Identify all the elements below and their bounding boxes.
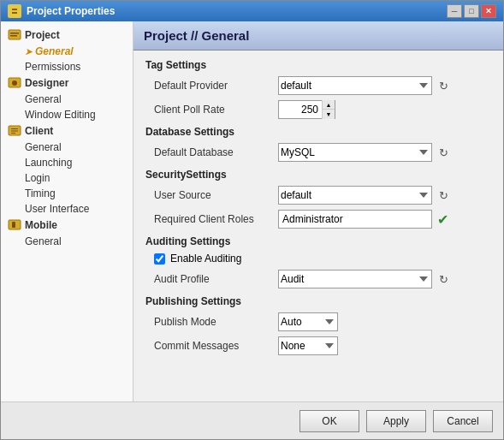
sidebar-item-client-user-interface[interactable]: User Interface (1, 201, 133, 217)
default-provider-row: Default Provider default ↻ (145, 76, 491, 95)
project-icon (8, 28, 21, 42)
publish-mode-row: Publish Mode Auto Manual Off (145, 312, 491, 331)
sidebar-item-client-timing[interactable]: Timing (1, 186, 133, 201)
sidebar-group-designer[interactable]: Designer (1, 74, 133, 92)
footer: OK Apply Cancel (1, 401, 503, 439)
cancel-button[interactable]: Cancel (433, 410, 493, 432)
commit-messages-row: Commit Messages None Required Optional (145, 336, 491, 355)
section-tag-settings: Tag Settings (145, 59, 491, 71)
spinner-down-button[interactable]: ▼ (323, 110, 335, 119)
audit-profile-label: Audit Profile (154, 273, 278, 285)
panel-header: Project // General (133, 21, 503, 51)
valid-checkmark-icon: ✔ (437, 211, 448, 228)
default-database-refresh-button[interactable]: ↻ (436, 145, 451, 160)
default-provider-refresh-button[interactable]: ↻ (436, 78, 451, 93)
required-client-roles-controls: ✔ (278, 210, 448, 229)
panel-body: Tag Settings Default Provider default ↻ … (133, 51, 503, 401)
client-poll-rate-controls: ▲ ▼ (278, 100, 335, 119)
main-panel: Project // General Tag Settings Default … (133, 21, 503, 401)
window-icon (8, 4, 21, 18)
svg-point-7 (12, 80, 17, 86)
client-icon (8, 124, 21, 138)
user-source-row: User Source default ↻ (145, 186, 491, 205)
svg-rect-9 (11, 128, 18, 129)
minimize-button[interactable]: ─ (447, 4, 462, 18)
sidebar-group-client[interactable]: Client (1, 122, 133, 140)
audit-profile-row: Audit Profile Audit ↻ (145, 270, 491, 288)
sidebar-item-project-permissions[interactable]: Permissions (1, 59, 133, 74)
user-source-select[interactable]: default (278, 186, 432, 205)
svg-rect-10 (11, 131, 18, 132)
svg-rect-5 (10, 35, 17, 37)
publish-mode-label: Publish Mode (154, 316, 278, 328)
enable-auditing-checkbox[interactable] (154, 253, 165, 265)
required-client-roles-input[interactable] (278, 210, 432, 229)
sidebar-item-client-launching[interactable]: Launching (1, 155, 133, 170)
sidebar-item-client-general[interactable]: General (1, 140, 133, 155)
content-area: Project ➤ General Permissions Designer G… (1, 21, 503, 401)
mobile-icon (8, 218, 21, 232)
section-publishing-settings: Publishing Settings (145, 295, 491, 307)
sidebar-group-project[interactable]: Project (1, 27, 133, 44)
svg-rect-13 (12, 222, 15, 228)
sidebar-group-mobile[interactable]: Mobile (1, 217, 133, 234)
svg-rect-2 (12, 12, 17, 14)
default-provider-select[interactable]: default (278, 76, 432, 95)
window-title: Project Properties (27, 5, 115, 17)
close-button[interactable]: ✕ (481, 4, 496, 18)
enable-auditing-label: Enable Auditing (170, 253, 241, 265)
spinner-buttons: ▲ ▼ (322, 100, 335, 119)
sidebar-item-designer-window-editing[interactable]: Window Editing (1, 107, 133, 122)
default-database-row: Default Database MySQL ↻ (145, 143, 491, 162)
commit-messages-select[interactable]: None Required Optional (278, 336, 338, 355)
enable-auditing-row: Enable Auditing (145, 253, 491, 265)
default-database-select[interactable]: MySQL (278, 143, 432, 162)
commit-messages-controls: None Required Optional (278, 336, 338, 355)
default-provider-label: Default Provider (154, 80, 278, 92)
svg-rect-11 (11, 133, 15, 134)
title-bar-controls: ─ □ ✕ (447, 4, 496, 18)
required-client-roles-label: Required Client Roles (154, 213, 278, 225)
maximize-button[interactable]: □ (464, 4, 479, 18)
svg-rect-1 (12, 9, 17, 10)
user-source-controls: default ↻ (278, 186, 451, 205)
client-poll-rate-label: Client Poll Rate (154, 104, 278, 116)
audit-profile-refresh-button[interactable]: ↻ (436, 271, 451, 287)
client-poll-rate-input[interactable] (279, 101, 322, 118)
publish-mode-select[interactable]: Auto Manual Off (278, 312, 338, 331)
client-poll-rate-row: Client Poll Rate ▲ ▼ (145, 100, 491, 119)
user-source-refresh-button[interactable]: ↻ (436, 187, 451, 203)
publish-mode-controls: Auto Manual Off (278, 312, 338, 331)
title-bar: Project Properties ─ □ ✕ (1, 1, 503, 21)
commit-messages-label: Commit Messages (154, 340, 278, 352)
arrow-icon: ➤ (25, 47, 32, 56)
sidebar-item-mobile-general[interactable]: General (1, 234, 133, 249)
sidebar: Project ➤ General Permissions Designer G… (1, 21, 133, 401)
svg-rect-4 (10, 33, 19, 34)
svg-rect-0 (10, 7, 19, 15)
default-database-label: Default Database (154, 146, 278, 158)
spinner-up-button[interactable]: ▲ (323, 100, 335, 110)
default-database-controls: MySQL ↻ (278, 143, 451, 162)
default-provider-controls: default ↻ (278, 76, 451, 95)
section-auditing-settings: Auditing Settings (145, 235, 491, 247)
sidebar-item-project-general[interactable]: ➤ General (1, 44, 133, 59)
sidebar-item-client-login[interactable]: Login (1, 170, 133, 186)
user-source-label: User Source (154, 189, 278, 201)
ok-button[interactable]: OK (299, 410, 359, 432)
svg-rect-3 (9, 30, 21, 39)
required-client-roles-row: Required Client Roles ✔ (145, 210, 491, 229)
apply-button[interactable]: Apply (366, 410, 426, 432)
section-security-settings: SecuritySettings (145, 169, 491, 181)
audit-profile-select[interactable]: Audit (278, 270, 432, 288)
audit-profile-controls: Audit ↻ (278, 270, 451, 288)
sidebar-item-designer-general[interactable]: General (1, 92, 133, 107)
panel-title: Project // General (144, 28, 249, 43)
section-database-settings: Database Settings (145, 126, 491, 138)
designer-icon (8, 76, 21, 90)
project-properties-window: Project Properties ─ □ ✕ Project ➤ Gener… (0, 0, 504, 440)
client-poll-rate-spinner: ▲ ▼ (278, 100, 335, 119)
